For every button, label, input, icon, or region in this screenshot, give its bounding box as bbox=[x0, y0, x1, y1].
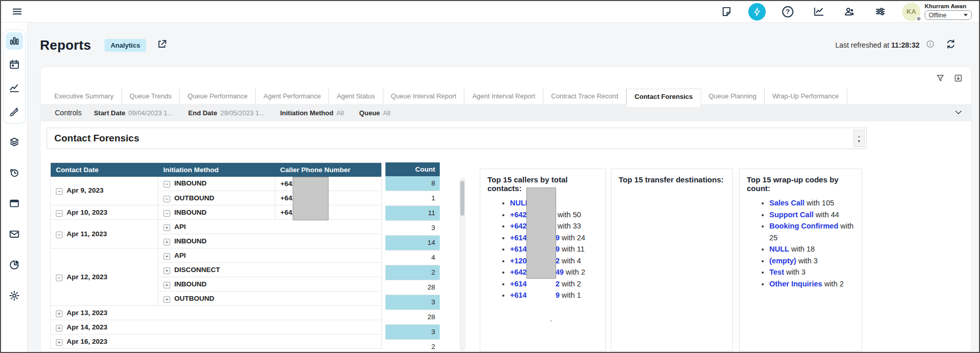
filter-control[interactable]: Initiation Method All bbox=[280, 109, 343, 117]
expand-toggle[interactable]: + bbox=[164, 267, 170, 274]
status-select[interactable]: Offline bbox=[925, 10, 972, 20]
expand-toggle[interactable]: + bbox=[164, 239, 170, 245]
tab[interactable]: Queue Trends bbox=[122, 89, 180, 104]
caller-link-suffix[interactable]: 49 bbox=[556, 268, 564, 276]
tab[interactable]: Queue Performance bbox=[180, 89, 256, 104]
menu-icon[interactable] bbox=[8, 3, 26, 20]
collapse-chevron-icon[interactable] bbox=[954, 108, 963, 118]
expand-toggle[interactable]: + bbox=[56, 339, 63, 346]
info-icon[interactable] bbox=[926, 39, 935, 51]
table-row[interactable]: +Apr 14, 2023 bbox=[51, 320, 382, 335]
caller-link[interactable]: +120 bbox=[510, 257, 527, 265]
col-contact-date[interactable]: Contact Date bbox=[51, 163, 158, 177]
tab[interactable]: Wrap-Up Performance bbox=[765, 89, 847, 104]
wrapup-link[interactable]: Other Inquiries bbox=[769, 280, 822, 288]
caller-link[interactable]: +642 bbox=[510, 211, 527, 219]
caller-link-suffix[interactable]: 2 bbox=[556, 280, 560, 288]
expand-toggle[interactable]: + bbox=[164, 282, 170, 288]
count-text: with 3 bbox=[796, 257, 818, 265]
col-initiation-method[interactable]: Initiation Method bbox=[158, 163, 275, 177]
col-caller-phone[interactable]: Caller Phone Number bbox=[275, 163, 382, 177]
wrapup-link[interactable]: (empty) bbox=[769, 257, 796, 265]
caller-link[interactable]: +614 bbox=[510, 245, 527, 253]
filter-icon[interactable] bbox=[935, 73, 945, 85]
paintbrush-icon bbox=[9, 106, 20, 117]
wrapup-link[interactable]: Test bbox=[769, 268, 784, 276]
collapse-toggle[interactable]: − bbox=[56, 210, 63, 217]
wrapup-link[interactable]: NULL bbox=[769, 245, 789, 253]
tab[interactable]: Executive Summary bbox=[47, 89, 122, 104]
expand-toggle[interactable]: + bbox=[56, 325, 63, 331]
stepper-down-icon[interactable]: ▼ bbox=[858, 139, 861, 143]
count-cell: 28 bbox=[385, 280, 440, 295]
page-title: Reports bbox=[40, 37, 91, 53]
sidebar-item-design[interactable] bbox=[6, 103, 23, 120]
caller-link[interactable]: +642 bbox=[510, 222, 527, 230]
expand-toggle[interactable]: + bbox=[164, 224, 170, 231]
collapse-toggle[interactable]: − bbox=[56, 232, 63, 238]
col-count[interactable]: Count bbox=[385, 162, 440, 176]
sidebar-item-history[interactable] bbox=[6, 164, 23, 181]
table-row[interactable]: −Apr 9, 2023 −INBOUND +642 bbox=[51, 177, 382, 191]
settings-sliders-icon[interactable] bbox=[871, 3, 889, 20]
count-text: with 44 bbox=[813, 211, 839, 219]
table-row[interactable]: +Apr 13, 2023 bbox=[51, 306, 382, 320]
sidebar-item-layers[interactable] bbox=[6, 133, 23, 151]
caller-link[interactable]: +614 bbox=[510, 280, 527, 288]
avatar[interactable]: KA bbox=[902, 3, 921, 21]
sidebar-item-mail[interactable] bbox=[6, 225, 23, 243]
collapse-toggle[interactable]: − bbox=[56, 275, 63, 281]
tab[interactable]: Agent Status bbox=[329, 89, 383, 104]
table-row[interactable]: +Apr 16, 2023 bbox=[51, 335, 382, 349]
filter-control[interactable]: Queue All bbox=[359, 109, 391, 117]
collapse-toggle[interactable]: − bbox=[164, 210, 170, 217]
card-toolbar bbox=[40, 73, 971, 85]
table-row[interactable]: −Apr 10, 2023 −INBOUND +642 bbox=[51, 205, 382, 220]
tab[interactable]: Agent Performance bbox=[256, 89, 329, 104]
external-link-icon[interactable] bbox=[156, 38, 168, 52]
caller-link[interactable]: +614 bbox=[510, 234, 527, 242]
count-cell: 3 bbox=[385, 221, 440, 236]
caller-link[interactable]: +642 bbox=[510, 268, 527, 276]
filter-control[interactable]: Start Date 09/04/2023 1... bbox=[94, 109, 173, 117]
list-item: (empty) with 3 bbox=[769, 255, 854, 267]
expand-toggle[interactable]: + bbox=[164, 253, 170, 260]
sidebar-item-dashboards[interactable] bbox=[6, 32, 23, 50]
wrapup-link[interactable]: Booking Confirmed bbox=[769, 222, 839, 230]
scrollbar-thumb[interactable] bbox=[460, 181, 464, 216]
tab[interactable]: Queue Interval Report bbox=[383, 89, 465, 104]
quick-actions-icon[interactable] bbox=[748, 3, 766, 20]
table-row[interactable]: −Apr 11, 2023 +API bbox=[51, 220, 382, 234]
wrapup-link[interactable]: Support Call bbox=[769, 211, 813, 219]
metrics-icon[interactable] bbox=[810, 3, 827, 20]
refresh-icon[interactable] bbox=[945, 38, 956, 52]
sidebar-item-calendar[interactable] bbox=[6, 56, 23, 73]
stepper-up-icon[interactable]: ▲ bbox=[858, 134, 861, 138]
sidebar-item-settings[interactable] bbox=[6, 287, 23, 304]
collapse-toggle[interactable]: − bbox=[56, 188, 63, 195]
sidebar-analytics-group bbox=[4, 30, 25, 123]
tab[interactable]: Contact Forensics bbox=[626, 89, 701, 107]
tab[interactable]: Contract Trace Record bbox=[543, 89, 626, 104]
collapse-toggle[interactable]: − bbox=[164, 181, 170, 188]
caller-link-suffix[interactable]: 9 bbox=[556, 291, 560, 299]
sidebar-item-window[interactable] bbox=[6, 195, 23, 212]
tab[interactable]: Queue Planning bbox=[701, 89, 765, 104]
download-icon[interactable] bbox=[953, 73, 963, 85]
sidebar-item-reports[interactable] bbox=[6, 256, 23, 274]
help-icon[interactable]: ? bbox=[779, 3, 797, 20]
sidebar-item-trends[interactable] bbox=[6, 79, 23, 97]
memo-icon[interactable] bbox=[718, 3, 735, 20]
agents-icon[interactable] bbox=[841, 3, 858, 20]
tab[interactable]: Agent Interval Report bbox=[464, 89, 543, 104]
expand-toggle[interactable]: + bbox=[164, 296, 170, 303]
filter-control[interactable]: End Date 29/05/2023 1... bbox=[188, 109, 264, 117]
collapse-toggle[interactable]: − bbox=[164, 196, 170, 202]
user-chip[interactable]: KA Khurram Awan Offline bbox=[902, 3, 972, 21]
envelope-icon bbox=[9, 229, 20, 240]
expand-toggle[interactable]: + bbox=[56, 310, 63, 317]
caller-link[interactable]: +614 bbox=[510, 291, 527, 299]
wrapup-link[interactable]: Sales Call bbox=[769, 199, 805, 207]
table-scrollbar[interactable] bbox=[459, 178, 465, 351]
table-row[interactable]: −Apr 12, 2023 +API bbox=[51, 248, 382, 263]
